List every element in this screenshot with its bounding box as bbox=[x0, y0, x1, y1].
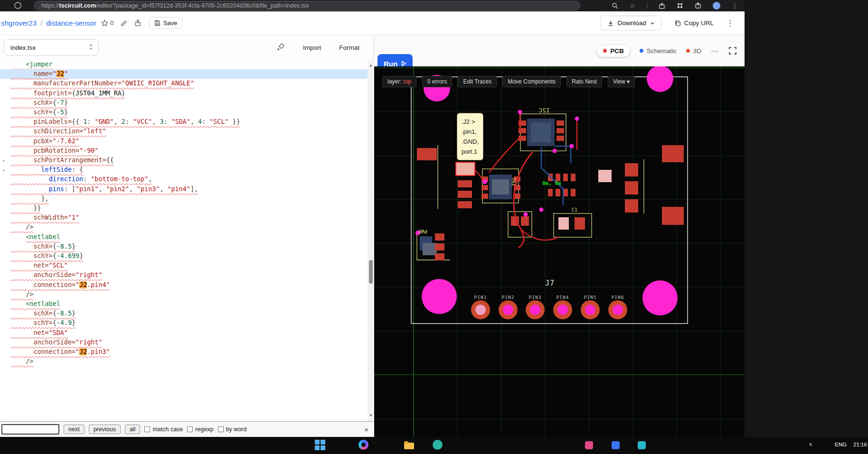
scroll-up-icon[interactable]: ▲ bbox=[368, 61, 374, 70]
code-line[interactable]: ▾ leftSide: { bbox=[0, 165, 368, 175]
fold-marker-icon[interactable]: ▾ bbox=[2, 166, 5, 175]
layer-chip[interactable]: layer:top bbox=[382, 76, 416, 87]
pcb-canvas[interactable]: layer:top 0 errors Edit Traces Move Comp… bbox=[374, 66, 745, 437]
copilot-search-icon[interactable] bbox=[359, 440, 368, 450]
code-line[interactable]: net="SCL" bbox=[0, 261, 368, 270]
threed-tab-dot bbox=[686, 49, 690, 53]
tray-chevron-icon[interactable]: ∧ bbox=[809, 441, 812, 447]
regexp-checkbox[interactable] bbox=[187, 426, 193, 432]
import-button[interactable]: Import bbox=[303, 44, 321, 51]
code-line[interactable]: }} bbox=[0, 204, 368, 213]
star-button[interactable]: 0 bbox=[101, 19, 114, 27]
tab-pcb[interactable]: PCB bbox=[597, 45, 630, 57]
code-line[interactable]: pcbRotation="-90" bbox=[0, 146, 368, 156]
code-line[interactable]: schWidth="1" bbox=[0, 213, 368, 222]
tab-schematic[interactable]: Schematic bbox=[640, 47, 677, 55]
code-line[interactable]: connection="J2.pin4" bbox=[0, 280, 368, 290]
scrollbar-thumb[interactable] bbox=[369, 260, 373, 284]
code-line[interactable]: pcbX="-7.62" bbox=[0, 137, 368, 146]
move-components-button[interactable]: Move Components bbox=[502, 76, 561, 87]
code-line[interactable]: direction: "bottom-to-top", bbox=[0, 175, 368, 184]
file-select[interactable]: index.tsx bbox=[4, 39, 99, 56]
taskbar-app-pink-icon[interactable] bbox=[585, 441, 593, 449]
code-line[interactable]: <netlabel bbox=[0, 232, 368, 242]
code-line[interactable]: connection="J2.pin3" bbox=[0, 347, 368, 357]
rats-nest-button[interactable]: Rats Nest bbox=[566, 76, 602, 87]
view-menu-button[interactable]: View ▾ bbox=[608, 76, 635, 87]
address-bar[interactable]: https://tscircuit.com/editor?package_id=… bbox=[34, 1, 580, 10]
find-close-icon[interactable]: × bbox=[364, 426, 368, 434]
collections-icon[interactable] bbox=[677, 2, 683, 9]
share-chrome-icon[interactable] bbox=[695, 2, 701, 9]
code-line[interactable]: net="SDA" bbox=[0, 328, 368, 338]
extensions-puzzle-icon[interactable] bbox=[659, 2, 665, 9]
header-kebab-icon[interactable]: ⋮ bbox=[726, 18, 734, 28]
code-line[interactable]: /> bbox=[0, 357, 368, 366]
code-line[interactable]: schY={-4.699} bbox=[0, 251, 368, 261]
via bbox=[539, 208, 544, 212]
code-line[interactable]: schX={-8.5} bbox=[0, 242, 368, 251]
code-line[interactable]: <jumper bbox=[0, 60, 368, 69]
code-line[interactable]: schX={-7} bbox=[0, 98, 368, 108]
download-button[interactable]: Download bbox=[600, 16, 662, 30]
code-line[interactable]: /> bbox=[0, 290, 368, 299]
code-line[interactable]: anchorSide="right" bbox=[0, 270, 368, 280]
code-line[interactable]: schDirection="left" bbox=[0, 127, 368, 136]
code-line[interactable]: pins: ["pin1", "pin2", "pin3", "pin4"], bbox=[0, 185, 368, 194]
via bbox=[518, 110, 522, 114]
code-line[interactable]: /> bbox=[0, 222, 368, 232]
breadcrumb-owner[interactable]: shgrover23 bbox=[1, 19, 37, 27]
find-previous-button[interactable]: previous bbox=[89, 425, 121, 434]
by-word-checkbox[interactable] bbox=[218, 426, 224, 432]
file-select-value: index.tsx bbox=[10, 44, 36, 51]
search-icon[interactable] bbox=[612, 2, 618, 9]
editor-scrollbar[interactable]: ▲ ▼ bbox=[368, 60, 374, 421]
breadcrumb-package[interactable]: distance-sensor bbox=[46, 19, 96, 27]
code-editor[interactable]: <jumper name="J2" manufacturerPartNumber… bbox=[0, 60, 374, 421]
find-next-button[interactable]: next bbox=[64, 425, 85, 434]
tab-3d[interactable]: 3D bbox=[686, 47, 701, 55]
ic-body-inner bbox=[423, 243, 437, 255]
browser-menu-icon[interactable]: ⋮ bbox=[732, 2, 738, 9]
clock[interactable]: 21:16 bbox=[853, 442, 867, 447]
code-line[interactable]: ▾ schPortArrangement={{ bbox=[0, 156, 368, 165]
code-line[interactable]: anchorSide="right" bbox=[0, 338, 368, 347]
find-input[interactable] bbox=[1, 424, 59, 435]
edit-traces-button[interactable]: Edit Traces bbox=[458, 76, 497, 87]
format-button[interactable]: Format bbox=[339, 44, 359, 51]
silk-pwr: PWR bbox=[418, 229, 427, 234]
taskbar-app-blue-icon[interactable] bbox=[612, 441, 620, 449]
share-icon[interactable] bbox=[134, 19, 142, 27]
code-line[interactable]: name="J2" bbox=[0, 69, 368, 79]
language-indicator[interactable]: ENG bbox=[835, 442, 847, 447]
code-line[interactable]: footprint={JST04_1MM_RA} bbox=[0, 89, 368, 98]
code-line[interactable]: }, bbox=[0, 194, 368, 204]
save-button[interactable]: Save bbox=[149, 17, 183, 29]
pin-header[interactable] bbox=[471, 300, 627, 319]
chevron-down-icon bbox=[650, 21, 655, 26]
windows-start-icon[interactable] bbox=[315, 440, 325, 450]
code-line[interactable]: manufacturerPartNumber="QWIIC_RIGHT_ANGL… bbox=[0, 79, 368, 88]
code-line[interactable]: schY={-5} bbox=[0, 108, 368, 117]
code-line[interactable]: schX={-8.5} bbox=[0, 309, 368, 318]
scroll-down-icon[interactable]: ▼ bbox=[368, 411, 374, 420]
bookmark-star-icon[interactable]: ☆ bbox=[630, 2, 635, 9]
fold-marker-icon[interactable]: ▾ bbox=[2, 156, 5, 166]
edit-pencil-icon[interactable] bbox=[121, 19, 128, 27]
fullscreen-icon[interactable] bbox=[728, 46, 737, 55]
file-explorer-icon[interactable] bbox=[404, 443, 414, 449]
profile-avatar[interactable] bbox=[713, 2, 720, 9]
copy-url-button[interactable]: Copy URL bbox=[674, 19, 714, 27]
preview-more-icon[interactable]: ⋯ bbox=[711, 46, 719, 56]
errors-chip[interactable]: 0 errors bbox=[422, 76, 452, 87]
teams-app-icon[interactable] bbox=[433, 440, 443, 450]
code-line[interactable]: <netlabel bbox=[0, 299, 368, 309]
code-line[interactable]: pinLabels={{ 1: "GND", 2: "VCC", 3: "SDA… bbox=[0, 117, 368, 127]
match-case-checkbox[interactable] bbox=[144, 426, 150, 432]
breadcrumb-separator: / bbox=[40, 19, 42, 27]
find-all-button[interactable]: all bbox=[125, 425, 141, 434]
taskbar-app-teal-icon[interactable] bbox=[638, 441, 646, 449]
selected-pad[interactable] bbox=[456, 162, 475, 176]
format-broom-icon[interactable] bbox=[277, 43, 285, 53]
code-line[interactable]: schY={-4.9} bbox=[0, 318, 368, 328]
